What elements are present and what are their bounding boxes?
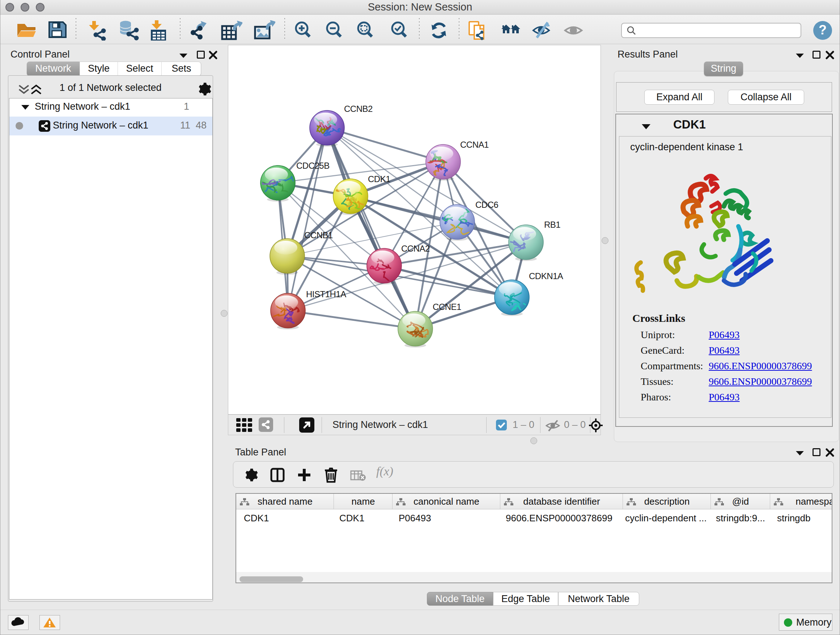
svg-text:CDC6: CDC6 bbox=[475, 200, 498, 210]
svg-text:CCNB2: CCNB2 bbox=[344, 104, 373, 114]
svg-text:CCNA2: CCNA2 bbox=[401, 244, 430, 253]
svg-text:CCNE1: CCNE1 bbox=[433, 302, 461, 312]
svg-text:HIST1H1A: HIST1H1A bbox=[306, 289, 346, 299]
svg-text:CCNB1: CCNB1 bbox=[304, 230, 333, 240]
svg-text:CCNA1: CCNA1 bbox=[460, 140, 489, 149]
svg-text:CDC25B: CDC25B bbox=[296, 161, 330, 171]
svg-text:CDK1: CDK1 bbox=[368, 174, 390, 184]
svg-text:CDKN1A: CDKN1A bbox=[529, 271, 563, 281]
svg-text:RB1: RB1 bbox=[544, 220, 561, 230]
